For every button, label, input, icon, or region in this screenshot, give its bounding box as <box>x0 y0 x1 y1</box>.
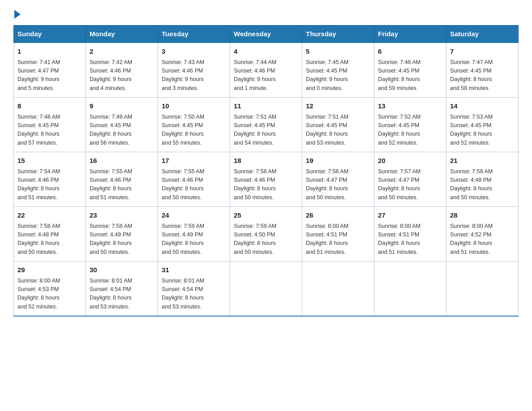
day-number: 6 <box>378 47 442 57</box>
calendar-cell: 2Sunrise: 7:42 AMSunset: 4:46 PMDaylight… <box>86 43 158 98</box>
weekday-header-friday: Friday <box>374 26 446 43</box>
day-number: 10 <box>162 101 226 111</box>
day-number: 24 <box>162 210 226 221</box>
calendar-cell: 18Sunrise: 7:56 AMSunset: 4:46 PMDayligh… <box>230 152 302 207</box>
calendar-cell: 17Sunrise: 7:55 AMSunset: 4:46 PMDayligh… <box>158 152 230 207</box>
weekday-header-row: SundayMondayTuesdayWednesdayThursdayFrid… <box>14 26 519 43</box>
day-info: Sunrise: 7:49 AMSunset: 4:45 PMDaylight:… <box>90 113 154 148</box>
calendar-cell <box>446 261 519 317</box>
day-info: Sunrise: 7:51 AMSunset: 4:45 PMDaylight:… <box>306 113 370 148</box>
day-number: 22 <box>17 210 82 221</box>
day-info: Sunrise: 8:00 AMSunset: 4:52 PMDaylight:… <box>450 222 515 257</box>
day-info: Sunrise: 8:01 AMSunset: 4:54 PMDaylight:… <box>162 277 226 312</box>
day-info: Sunrise: 7:59 AMSunset: 4:50 PMDaylight:… <box>234 222 298 257</box>
weekday-header-sunday: Sunday <box>14 26 86 43</box>
day-info: Sunrise: 7:59 AMSunset: 4:49 PMDaylight:… <box>162 222 226 257</box>
day-number: 7 <box>450 47 515 57</box>
calendar-cell: 3Sunrise: 7:43 AMSunset: 4:46 PMDaylight… <box>158 43 230 98</box>
day-info: Sunrise: 7:55 AMSunset: 4:46 PMDaylight:… <box>90 167 154 202</box>
logo <box>13 9 21 17</box>
day-info: Sunrise: 7:58 AMSunset: 4:49 PMDaylight:… <box>90 222 154 257</box>
day-info: Sunrise: 7:48 AMSunset: 4:45 PMDaylight:… <box>17 113 82 148</box>
day-number: 18 <box>234 156 298 166</box>
calendar-cell: 22Sunrise: 7:58 AMSunset: 4:48 PMDayligh… <box>14 207 86 261</box>
calendar-cell: 9Sunrise: 7:49 AMSunset: 4:45 PMDaylight… <box>86 98 158 152</box>
day-number: 28 <box>450 210 515 221</box>
day-number: 21 <box>450 156 515 166</box>
day-number: 20 <box>378 156 442 166</box>
day-info: Sunrise: 8:00 AMSunset: 4:51 PMDaylight:… <box>378 222 442 257</box>
day-info: Sunrise: 7:42 AMSunset: 4:46 PMDaylight:… <box>90 58 154 93</box>
day-number: 17 <box>162 156 226 166</box>
day-number: 26 <box>306 210 370 221</box>
day-info: Sunrise: 7:47 AMSunset: 4:45 PMDaylight:… <box>450 58 515 93</box>
calendar-cell <box>302 261 374 317</box>
calendar-cell: 4Sunrise: 7:44 AMSunset: 4:46 PMDaylight… <box>230 43 302 98</box>
weekday-header-saturday: Saturday <box>446 26 519 43</box>
day-info: Sunrise: 7:45 AMSunset: 4:45 PMDaylight:… <box>306 58 370 93</box>
day-number: 30 <box>90 265 154 275</box>
day-number: 25 <box>234 210 298 221</box>
weekday-header-thursday: Thursday <box>302 26 374 43</box>
calendar-cell: 27Sunrise: 8:00 AMSunset: 4:51 PMDayligh… <box>374 207 446 261</box>
calendar-cell: 1Sunrise: 7:41 AMSunset: 4:47 PMDaylight… <box>14 43 86 98</box>
weekday-header-wednesday: Wednesday <box>230 26 302 43</box>
calendar-week-4: 22Sunrise: 7:58 AMSunset: 4:48 PMDayligh… <box>14 207 519 261</box>
calendar-cell: 31Sunrise: 8:01 AMSunset: 4:54 PMDayligh… <box>158 261 230 317</box>
day-number: 4 <box>234 47 298 57</box>
day-number: 14 <box>450 101 515 111</box>
calendar-cell: 16Sunrise: 7:55 AMSunset: 4:46 PMDayligh… <box>86 152 158 207</box>
day-number: 16 <box>90 156 154 166</box>
day-info: Sunrise: 7:51 AMSunset: 4:45 PMDaylight:… <box>234 113 298 148</box>
day-info: Sunrise: 8:00 AMSunset: 4:51 PMDaylight:… <box>306 222 370 257</box>
calendar-cell: 21Sunrise: 7:58 AMSunset: 4:48 PMDayligh… <box>446 152 519 207</box>
day-number: 13 <box>378 101 442 111</box>
calendar-cell: 25Sunrise: 7:59 AMSunset: 4:50 PMDayligh… <box>230 207 302 261</box>
day-number: 2 <box>90 47 154 57</box>
day-number: 23 <box>90 210 154 221</box>
day-number: 12 <box>306 101 370 111</box>
calendar-cell: 26Sunrise: 8:00 AMSunset: 4:51 PMDayligh… <box>302 207 374 261</box>
calendar-cell: 19Sunrise: 7:56 AMSunset: 4:47 PMDayligh… <box>302 152 374 207</box>
calendar-cell: 29Sunrise: 8:00 AMSunset: 4:53 PMDayligh… <box>14 261 86 317</box>
calendar-cell <box>230 261 302 317</box>
calendar-cell: 6Sunrise: 7:46 AMSunset: 4:45 PMDaylight… <box>374 43 446 98</box>
day-number: 27 <box>378 210 442 221</box>
day-info: Sunrise: 7:56 AMSunset: 4:46 PMDaylight:… <box>234 167 298 202</box>
day-number: 9 <box>90 101 154 111</box>
calendar-week-5: 29Sunrise: 8:00 AMSunset: 4:53 PMDayligh… <box>14 261 519 317</box>
day-info: Sunrise: 7:50 AMSunset: 4:45 PMDaylight:… <box>162 113 226 148</box>
calendar-cell: 7Sunrise: 7:47 AMSunset: 4:45 PMDaylight… <box>446 43 519 98</box>
day-info: Sunrise: 7:43 AMSunset: 4:46 PMDaylight:… <box>162 58 226 93</box>
day-info: Sunrise: 7:46 AMSunset: 4:45 PMDaylight:… <box>378 58 442 93</box>
calendar-table: SundayMondayTuesdayWednesdayThursdayFrid… <box>13 25 519 317</box>
page-header <box>13 9 519 17</box>
calendar-week-3: 15Sunrise: 7:54 AMSunset: 4:46 PMDayligh… <box>14 152 519 207</box>
day-info: Sunrise: 7:53 AMSunset: 4:45 PMDaylight:… <box>450 113 515 148</box>
day-number: 15 <box>17 156 82 166</box>
day-number: 5 <box>306 47 370 57</box>
day-number: 1 <box>17 47 82 57</box>
calendar-cell: 8Sunrise: 7:48 AMSunset: 4:45 PMDaylight… <box>14 98 86 152</box>
day-number: 19 <box>306 156 370 166</box>
day-info: Sunrise: 7:57 AMSunset: 4:47 PMDaylight:… <box>378 167 442 202</box>
day-info: Sunrise: 7:44 AMSunset: 4:46 PMDaylight:… <box>234 58 298 93</box>
calendar-cell: 24Sunrise: 7:59 AMSunset: 4:49 PMDayligh… <box>158 207 230 261</box>
day-info: Sunrise: 8:01 AMSunset: 4:54 PMDaylight:… <box>90 277 154 312</box>
calendar-cell: 28Sunrise: 8:00 AMSunset: 4:52 PMDayligh… <box>446 207 519 261</box>
calendar-cell: 13Sunrise: 7:52 AMSunset: 4:45 PMDayligh… <box>374 98 446 152</box>
day-info: Sunrise: 7:54 AMSunset: 4:46 PMDaylight:… <box>17 167 82 202</box>
day-info: Sunrise: 7:41 AMSunset: 4:47 PMDaylight:… <box>17 58 82 93</box>
weekday-header-tuesday: Tuesday <box>158 26 230 43</box>
calendar-cell: 20Sunrise: 7:57 AMSunset: 4:47 PMDayligh… <box>374 152 446 207</box>
day-info: Sunrise: 7:55 AMSunset: 4:46 PMDaylight:… <box>162 167 226 202</box>
day-info: Sunrise: 8:00 AMSunset: 4:53 PMDaylight:… <box>17 277 82 312</box>
day-info: Sunrise: 7:58 AMSunset: 4:48 PMDaylight:… <box>450 167 515 202</box>
calendar-week-1: 1Sunrise: 7:41 AMSunset: 4:47 PMDaylight… <box>14 43 519 98</box>
day-info: Sunrise: 7:56 AMSunset: 4:47 PMDaylight:… <box>306 167 370 202</box>
calendar-cell: 23Sunrise: 7:58 AMSunset: 4:49 PMDayligh… <box>86 207 158 261</box>
day-number: 8 <box>17 101 82 111</box>
calendar-cell: 5Sunrise: 7:45 AMSunset: 4:45 PMDaylight… <box>302 43 374 98</box>
calendar-cell: 30Sunrise: 8:01 AMSunset: 4:54 PMDayligh… <box>86 261 158 317</box>
calendar-cell: 11Sunrise: 7:51 AMSunset: 4:45 PMDayligh… <box>230 98 302 152</box>
